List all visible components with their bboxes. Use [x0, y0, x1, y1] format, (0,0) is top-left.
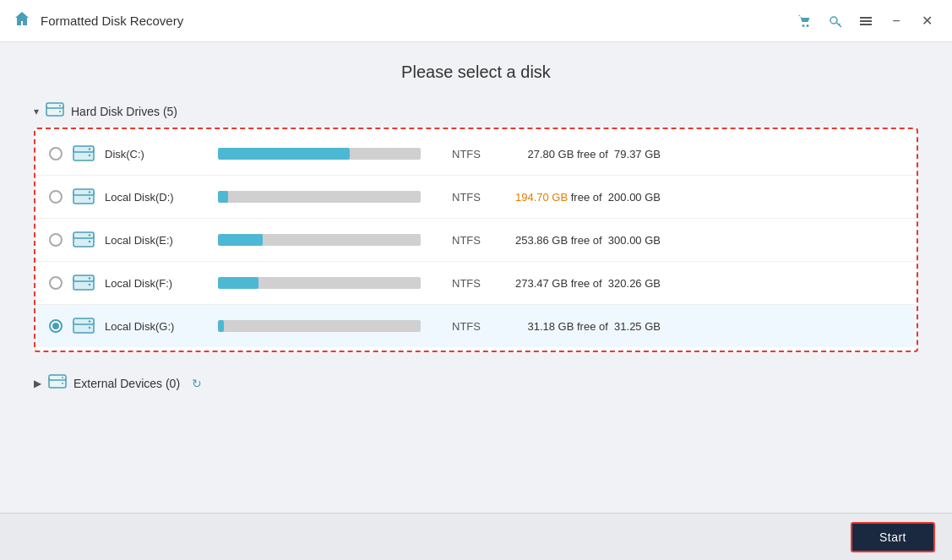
home-icon[interactable]	[14, 10, 30, 31]
disk-name: Local Disk(F:)	[105, 277, 198, 290]
svg-point-23	[89, 241, 90, 242]
page-heading: Please select a disk	[34, 63, 918, 82]
disk-icon	[71, 141, 96, 166]
svg-point-34	[62, 377, 63, 378]
table-row[interactable]: Local Disk(D:)NTFS194.70 GB free of 200.…	[35, 176, 917, 219]
main-content: Please select a disk ▾ Hard Disk Drives …	[0, 42, 952, 513]
table-row[interactable]: Local Disk(E:)NTFS253.86 GB free of 300.…	[35, 219, 917, 262]
disk-size: 27.80 GB free of 79.37 GB	[492, 148, 661, 160]
svg-rect-6	[860, 20, 872, 22]
disk-filesystem: NTFS	[441, 191, 492, 204]
radio-button[interactable]	[49, 190, 63, 204]
disk-icon	[71, 270, 96, 296]
radio-button[interactable]	[49, 319, 63, 333]
svg-point-1	[807, 24, 809, 27]
external-device-icon	[48, 374, 67, 393]
disk-size: 194.70 GB free of 200.00 GB	[492, 191, 661, 204]
svg-rect-29	[73, 318, 94, 324]
svg-point-0	[802, 24, 805, 27]
bottom-bar: Start	[0, 513, 952, 560]
external-section-header[interactable]: ▶ External Devices (0) ↻	[34, 366, 918, 401]
disk-usage-bar	[218, 234, 421, 246]
svg-rect-13	[73, 146, 94, 152]
start-button[interactable]: Start	[851, 522, 935, 552]
hard-disk-icon	[46, 102, 64, 121]
close-button[interactable]: ✕	[915, 9, 938, 33]
disk-filesystem: NTFS	[441, 234, 492, 247]
radio-button[interactable]	[49, 276, 63, 290]
disk-usage-bar	[218, 277, 421, 289]
disk-size: 273.47 GB free of 320.26 GB	[492, 277, 661, 290]
svg-point-15	[89, 155, 90, 156]
svg-point-2	[830, 17, 837, 24]
disk-name: Local Disk(G:)	[105, 320, 198, 333]
table-row[interactable]: Disk(C:)NTFS27.80 GB free of 79.37 GB	[35, 133, 917, 176]
svg-rect-7	[860, 24, 872, 25]
svg-point-30	[89, 320, 90, 322]
refresh-icon[interactable]: ↻	[192, 377, 202, 390]
disk-filesystem: NTFS	[441, 148, 492, 160]
svg-rect-21	[73, 232, 94, 238]
key-icon[interactable]	[824, 9, 847, 33]
chevron-down-icon: ▾	[34, 106, 39, 117]
svg-point-19	[89, 198, 90, 199]
title-bar: Formatted Disk Recovery	[0, 0, 952, 42]
svg-rect-5	[860, 17, 872, 19]
svg-point-26	[89, 277, 90, 279]
disk-name: Local Disk(D:)	[105, 191, 198, 204]
disk-usage-bar	[218, 148, 421, 160]
disk-filesystem: NTFS	[441, 320, 492, 333]
disk-usage-bar	[218, 191, 421, 203]
radio-button[interactable]	[49, 233, 63, 247]
disk-size: 253.86 GB free of 300.00 GB	[492, 234, 661, 247]
svg-point-10	[59, 105, 61, 106]
svg-line-4	[839, 24, 840, 25]
svg-point-22	[89, 234, 90, 236]
external-section-title: External Devices (0)	[73, 377, 180, 390]
disk-size: 31.18 GB free of 31.25 GB	[492, 320, 661, 333]
svg-rect-25	[73, 275, 94, 281]
table-row[interactable]: Local Disk(G:)NTFS31.18 GB free of 31.25…	[35, 305, 917, 347]
disk-list-box: Disk(C:)NTFS27.80 GB free of 79.37 GB Lo…	[34, 128, 918, 352]
svg-point-11	[59, 111, 61, 112]
disk-filesystem: NTFS	[441, 277, 492, 290]
minimize-button[interactable]: −	[884, 9, 908, 33]
chevron-right-icon: ▶	[34, 378, 41, 389]
app-title: Formatted Disk Recovery	[41, 14, 793, 28]
svg-point-18	[89, 191, 90, 193]
svg-point-14	[89, 148, 90, 150]
hard-disk-section-title: Hard Disk Drives (5)	[71, 105, 177, 118]
hard-disk-section-header[interactable]: ▾ Hard Disk Drives (5)	[34, 102, 918, 121]
svg-point-31	[89, 327, 90, 329]
svg-point-35	[62, 383, 63, 384]
disk-name: Disk(C:)	[105, 148, 198, 160]
disk-name: Local Disk(E:)	[105, 234, 198, 247]
svg-rect-17	[73, 189, 94, 195]
disk-icon	[71, 184, 96, 209]
menu-icon[interactable]	[854, 9, 878, 33]
cart-icon[interactable]	[793, 9, 817, 33]
title-bar-actions: − ✕	[793, 9, 938, 33]
svg-point-27	[89, 284, 90, 285]
disk-usage-bar	[218, 320, 421, 332]
table-row[interactable]: Local Disk(F:)NTFS273.47 GB free of 320.…	[35, 262, 917, 305]
radio-button[interactable]	[49, 147, 63, 160]
disk-icon	[71, 227, 96, 253]
disk-icon	[71, 313, 96, 339]
